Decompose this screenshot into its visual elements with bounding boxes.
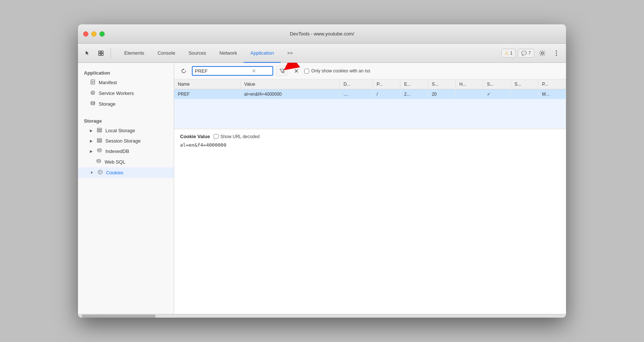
svg-point-14 (91, 102, 95, 103)
inspect-icon-button[interactable] (95, 47, 107, 59)
only-show-checkbox[interactable] (304, 69, 309, 73)
web-sql-label: Web SQL (105, 159, 125, 165)
chat-badge[interactable]: 💬 7 (518, 49, 534, 58)
panel-toolbar: ✕ (174, 63, 566, 79)
filter-button[interactable] (276, 66, 288, 76)
svg-point-12 (91, 91, 95, 95)
svg-rect-15 (97, 128, 102, 129)
local-storage-label: Local Storage (105, 128, 135, 133)
svg-point-7 (556, 55, 557, 56)
panel-main: ✕ (174, 63, 566, 314)
close-button[interactable] (83, 31, 88, 37)
col-p[interactable]: P... (373, 79, 400, 89)
svg-point-6 (556, 52, 557, 54)
svg-rect-1 (101, 51, 103, 53)
search-input[interactable] (195, 68, 250, 74)
cookie-value-panel: Cookie Value Show URL decoded al=en&f4=4… (174, 129, 566, 314)
cookies-table: Name Value D... P... E... S... H... S...… (174, 79, 566, 129)
svg-point-22 (97, 160, 101, 161)
sidebar-item-service-workers[interactable]: Service Workers (78, 88, 174, 99)
col-e[interactable]: E... (400, 79, 428, 89)
indexeddb-label: IndexedDB (105, 148, 129, 154)
table-row[interactable]: PREF al=en&f4=4000000 .... / 2... 20 ✓ M… (174, 89, 566, 99)
scrollbar-thumb[interactable] (82, 315, 156, 318)
indexeddb-arrow: ▶ (90, 149, 93, 153)
table-empty-row-2 (174, 114, 566, 129)
only-show-label[interactable]: Only show cookies with an iss (304, 68, 370, 73)
tab-console[interactable]: Console (151, 44, 182, 63)
session-storage-icon (96, 138, 102, 144)
indexeddb-icon (96, 148, 102, 154)
sidebar-storage-section-label: Storage (78, 115, 174, 125)
toolbar-tabs: Elements Console Sources Network Applica… (118, 44, 500, 62)
sidebar-item-cookies[interactable]: ▼ Cookies (78, 167, 174, 178)
cookies-label: Cookies (106, 170, 123, 175)
traffic-lights (83, 31, 105, 37)
cell-d: .... (340, 89, 373, 99)
tab-elements[interactable]: Elements (118, 44, 151, 63)
sidebar-storage-section: Storage ▶ Local Storage ▶ (78, 115, 174, 178)
svg-point-25 (101, 171, 101, 172)
warning-badge[interactable]: ⚠ 1 (501, 49, 516, 58)
url-decoded-label[interactable]: Show URL decoded (214, 134, 260, 139)
search-clear-button[interactable]: ✕ (252, 68, 256, 74)
cell-e: 2... (400, 89, 428, 99)
tab-sources[interactable]: Sources (182, 44, 213, 63)
table-empty-row-1 (174, 99, 566, 114)
col-p2[interactable]: P... (538, 79, 566, 89)
sidebar: Application Manifest (78, 63, 174, 314)
horizontal-scrollbar[interactable] (78, 314, 566, 318)
col-s2[interactable]: S... (483, 79, 511, 89)
svg-point-5 (556, 50, 557, 51)
clear-filter-button[interactable]: ✕ (291, 66, 301, 76)
cell-value: al=en&f4=4000000 (240, 89, 340, 99)
svg-point-23 (98, 170, 102, 174)
search-box[interactable]: ✕ (192, 66, 273, 76)
cursor-icon-button[interactable] (82, 47, 94, 59)
main-toolbar: Elements Console Sources Network Applica… (78, 44, 566, 63)
sidebar-item-manifest[interactable]: Manifest (78, 77, 174, 88)
window-title: DevTools - www.youtube.com/ (290, 31, 354, 37)
sidebar-app-section-label: Application (78, 67, 174, 77)
svg-rect-0 (99, 51, 101, 53)
sidebar-item-session-storage[interactable]: ▶ Session Storage (78, 136, 174, 146)
tab-application[interactable]: Application (244, 44, 281, 63)
storage-app-label: Storage (99, 101, 116, 107)
refresh-button[interactable] (179, 66, 189, 76)
local-storage-icon (96, 127, 102, 133)
svg-point-24 (99, 171, 100, 172)
url-decoded-checkbox[interactable] (214, 134, 218, 139)
sidebar-item-storage-app[interactable]: Storage (78, 99, 174, 109)
cookies-table-wrapper: Name Value D... P... E... S... H... S...… (174, 79, 566, 129)
more-options-button[interactable] (550, 47, 562, 59)
svg-point-13 (92, 92, 94, 93)
svg-rect-18 (97, 138, 102, 140)
toolbar-right: ⚠ 1 💬 7 (501, 47, 562, 59)
tab-network[interactable]: Network (213, 44, 244, 63)
cell-p: / (373, 89, 400, 99)
toolbar-separator (111, 48, 111, 58)
col-d[interactable]: D... (340, 79, 373, 89)
col-name[interactable]: Name (174, 79, 240, 89)
col-s[interactable]: S... (428, 79, 455, 89)
maximize-button[interactable] (99, 31, 105, 37)
sidebar-item-local-storage[interactable]: ▶ Local Storage (78, 125, 174, 136)
col-s3[interactable]: S... (511, 79, 538, 89)
col-h[interactable]: H... (455, 79, 483, 89)
storage-app-icon (90, 101, 96, 107)
col-value[interactable]: Value (240, 79, 340, 89)
warning-count: 1 (510, 51, 513, 56)
sidebar-item-web-sql[interactable]: Web SQL (78, 157, 174, 167)
cookies-icon (97, 170, 103, 176)
manifest-label: Manifest (99, 80, 117, 85)
cell-s3 (511, 89, 538, 99)
cell-name: PREF (174, 89, 240, 99)
chat-icon: 💬 (521, 51, 527, 56)
sidebar-item-indexeddb[interactable]: ▶ IndexedDB (78, 146, 174, 157)
panel: ✕ (174, 63, 566, 314)
tab-more[interactable]: >> (281, 44, 299, 63)
settings-button[interactable] (536, 47, 548, 59)
cookies-arrow: ▼ (90, 171, 94, 175)
minimize-button[interactable] (91, 31, 96, 37)
session-storage-label: Session Storage (105, 138, 140, 144)
